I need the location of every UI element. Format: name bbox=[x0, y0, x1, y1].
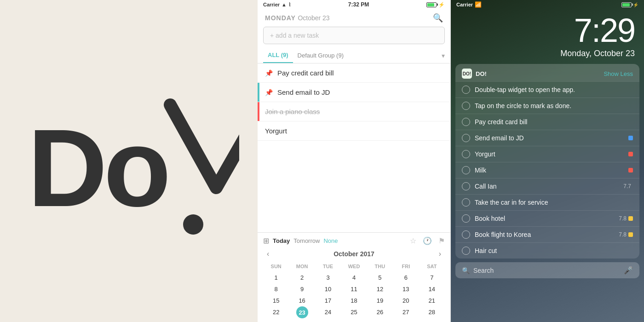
task-circle[interactable] bbox=[462, 118, 470, 126]
cal-day[interactable]: 5 bbox=[367, 272, 393, 283]
calendar-nav: ‹ October 2017 › bbox=[263, 249, 445, 259]
cal-day[interactable]: 6 bbox=[393, 272, 419, 283]
wifi-icon-middle: ⌇ bbox=[288, 2, 291, 8]
cal-day[interactable]: 7 bbox=[419, 272, 445, 283]
cal-day[interactable]: 9 bbox=[289, 283, 315, 295]
widget-app-name: DO! bbox=[476, 70, 487, 77]
task-item[interactable]: Join a piano class bbox=[258, 102, 450, 121]
cal-day[interactable]: 17 bbox=[315, 295, 341, 306]
cal-day[interactable]: 18 bbox=[341, 295, 367, 306]
search-icon-right: 🔍 bbox=[462, 267, 470, 274]
task-name-strikethrough: Join a piano class bbox=[265, 108, 320, 115]
cal-day[interactable]: 25 bbox=[341, 306, 367, 318]
task-circle[interactable] bbox=[462, 166, 470, 174]
prev-month-button[interactable]: ‹ bbox=[263, 249, 273, 259]
widget-logo: DO! bbox=[462, 69, 472, 79]
task-name: Send email to JD bbox=[277, 88, 330, 96]
cal-week-2: 8 9 10 11 12 13 14 bbox=[263, 283, 445, 295]
cal-day[interactable]: 28 bbox=[419, 306, 445, 318]
widget-task-item[interactable]: Book flight to Korea 7.8 bbox=[455, 226, 639, 242]
task-item[interactable]: 📌 Pay credit card bill bbox=[258, 63, 450, 83]
cal-day[interactable]: 11 bbox=[341, 283, 367, 295]
task-circle[interactable] bbox=[462, 247, 470, 255]
microphone-icon[interactable]: 🎤 bbox=[624, 266, 633, 275]
cal-day[interactable]: 22 bbox=[263, 306, 289, 318]
widget-task-item[interactable]: Book hotel 7.8 bbox=[455, 210, 639, 226]
chevron-down-icon[interactable]: ▾ bbox=[442, 52, 445, 59]
cal-icon-grid: ⊞ bbox=[263, 236, 269, 245]
tabs-bar: ALL (9) Default Group (9) ▾ bbox=[258, 48, 450, 63]
cal-day[interactable]: 24 bbox=[315, 306, 341, 318]
cal-day[interactable]: 15 bbox=[263, 295, 289, 306]
task-circle[interactable] bbox=[462, 150, 470, 158]
widget-task-item[interactable]: Call Ian 7.7 bbox=[455, 178, 639, 194]
cal-day[interactable]: 14 bbox=[419, 283, 445, 295]
cal-day[interactable]: 12 bbox=[367, 283, 393, 295]
bolt-middle: ⚡ bbox=[438, 2, 445, 8]
task-date: 7.8 bbox=[619, 215, 627, 222]
cal-day[interactable]: 19 bbox=[367, 295, 393, 306]
tab-today[interactable]: Today bbox=[273, 237, 290, 244]
task-item[interactable]: 📌 Send email to JD bbox=[258, 83, 450, 102]
day-header-tue: TUE bbox=[315, 263, 341, 270]
left-panel: Do bbox=[0, 0, 258, 322]
task-label: Send email to JD bbox=[475, 134, 628, 142]
star-icon[interactable]: ☆ bbox=[410, 236, 416, 245]
battery-icon-middle bbox=[426, 2, 437, 7]
widget-task-item[interactable]: Milk bbox=[455, 162, 639, 178]
cal-day[interactable]: 8 bbox=[263, 283, 289, 295]
cal-day[interactable]: 1 bbox=[263, 272, 289, 283]
flag-icon[interactable]: ⚑ bbox=[438, 236, 445, 245]
show-less-button[interactable]: Show Less bbox=[604, 70, 633, 77]
day-header-mon: MON bbox=[289, 263, 315, 270]
cal-day-today[interactable]: 23 bbox=[289, 306, 315, 318]
lock-date-display: Monday, October 23 bbox=[460, 49, 635, 58]
widget-task-item[interactable]: Hair cut bbox=[455, 242, 639, 259]
cal-day[interactable]: 2 bbox=[289, 272, 315, 283]
tab-none[interactable]: None bbox=[323, 237, 338, 244]
task-label: Take the car in for service bbox=[475, 199, 633, 206]
task-circle[interactable] bbox=[462, 134, 470, 142]
cal-day[interactable]: 3 bbox=[315, 272, 341, 283]
tab-default-group[interactable]: Default Group (9) bbox=[293, 48, 348, 63]
cal-day[interactable]: 27 bbox=[393, 306, 419, 318]
task-label: Hair cut bbox=[475, 247, 633, 254]
widget-task-item[interactable]: Send email to JD bbox=[455, 130, 639, 146]
battery-icon-right bbox=[621, 2, 632, 7]
widget-task-item[interactable]: Yorgurt bbox=[455, 146, 639, 162]
cal-day[interactable]: 16 bbox=[289, 295, 315, 306]
calendar-tabs: ⊞ Today Tomorrow None ☆ 🕐 ⚑ bbox=[263, 236, 445, 245]
widget-hint-2: Tap on the circle to mark as done. bbox=[455, 98, 639, 114]
logo-svg: Do bbox=[18, 77, 239, 243]
cal-day[interactable]: 4 bbox=[341, 272, 367, 283]
next-month-button[interactable]: › bbox=[435, 249, 445, 259]
search-icon-middle[interactable]: 🔍 bbox=[433, 13, 443, 23]
carrier-middle: Carrier ▲ ⌇ bbox=[263, 2, 291, 8]
carrier-text-right: Carrier bbox=[456, 2, 473, 7]
widget-task-item[interactable]: Take the car in for service bbox=[455, 194, 639, 210]
color-border-blue bbox=[258, 83, 259, 102]
clock-icon[interactable]: 🕐 bbox=[423, 236, 432, 245]
svg-point-1 bbox=[183, 214, 203, 235]
cal-day[interactable]: 26 bbox=[367, 306, 393, 318]
cal-day[interactable]: 21 bbox=[419, 295, 445, 306]
cal-day[interactable]: 20 bbox=[393, 295, 419, 306]
tab-all[interactable]: ALL (9) bbox=[263, 48, 293, 63]
badge-red bbox=[628, 168, 633, 172]
task-circle[interactable] bbox=[462, 182, 470, 190]
header-day: MONDAY bbox=[265, 14, 296, 22]
add-task-input[interactable]: + add a new task bbox=[263, 27, 445, 44]
bolt-right: ⚡ bbox=[633, 2, 638, 7]
tab-tomorrow[interactable]: Tomorrow bbox=[293, 237, 320, 244]
badge-blue bbox=[628, 136, 633, 140]
task-circle[interactable] bbox=[462, 230, 470, 239]
right-panel: Carrier 📶 ⚡ 7:29 Monday, October 23 DO! … bbox=[451, 0, 644, 322]
task-circle[interactable] bbox=[462, 198, 470, 207]
task-item[interactable]: Yorgurt bbox=[258, 121, 450, 141]
widget-header: DO! DO! Show Less bbox=[455, 64, 639, 81]
cal-day[interactable]: 10 bbox=[315, 283, 341, 295]
search-bar[interactable]: 🔍 Search 🎤 bbox=[455, 262, 639, 278]
task-circle[interactable] bbox=[462, 214, 470, 223]
widget-task-item[interactable]: Pay credit card bill bbox=[455, 114, 639, 130]
cal-day[interactable]: 13 bbox=[393, 283, 419, 295]
